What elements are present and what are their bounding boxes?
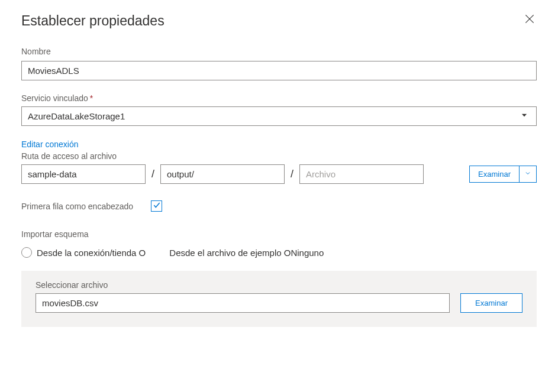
schema-other-options-text: Desde el archivo de ejemplo ONinguno bbox=[169, 248, 324, 258]
path-separator: / bbox=[150, 168, 156, 180]
radio-label: Desde la conexión/tienda O bbox=[37, 248, 146, 258]
required-indicator: * bbox=[90, 93, 93, 103]
select-file-input[interactable] bbox=[36, 293, 450, 313]
name-input[interactable] bbox=[21, 61, 537, 80]
select-file-browse-button[interactable]: Examinar bbox=[460, 293, 522, 313]
close-icon bbox=[524, 13, 536, 27]
schema-from-connection-option[interactable]: Desde la conexión/tienda O bbox=[21, 247, 146, 258]
browse-button[interactable]: Examinar bbox=[469, 166, 520, 183]
close-button[interactable] bbox=[522, 13, 537, 27]
linked-service-select[interactable] bbox=[21, 106, 537, 126]
radio-icon bbox=[21, 247, 32, 258]
select-file-panel: Seleccionar archivo Examinar bbox=[21, 271, 537, 327]
name-label: Nombre bbox=[21, 47, 537, 56]
file-path-label: Ruta de acceso al archivo bbox=[21, 151, 537, 161]
select-file-label: Seleccionar archivo bbox=[36, 280, 522, 290]
chevron-down-icon bbox=[524, 170, 531, 179]
linked-service-label: Servicio vinculado* bbox=[21, 93, 537, 103]
first-row-header-checkbox[interactable] bbox=[151, 200, 162, 212]
edit-connection-link[interactable]: Editar conexión bbox=[21, 140, 79, 149]
first-row-header-label: Primera fila como encabezado bbox=[21, 202, 133, 211]
browse-dropdown-button[interactable] bbox=[520, 166, 537, 183]
path-folder-input[interactable] bbox=[160, 164, 285, 184]
path-file-input[interactable] bbox=[299, 164, 424, 184]
path-separator: / bbox=[289, 168, 295, 180]
dialog-title: Establecer propiedades bbox=[21, 13, 165, 29]
checkmark-icon bbox=[153, 201, 161, 212]
import-schema-label: Importar esquema bbox=[21, 229, 537, 239]
path-container-input[interactable] bbox=[21, 164, 146, 184]
